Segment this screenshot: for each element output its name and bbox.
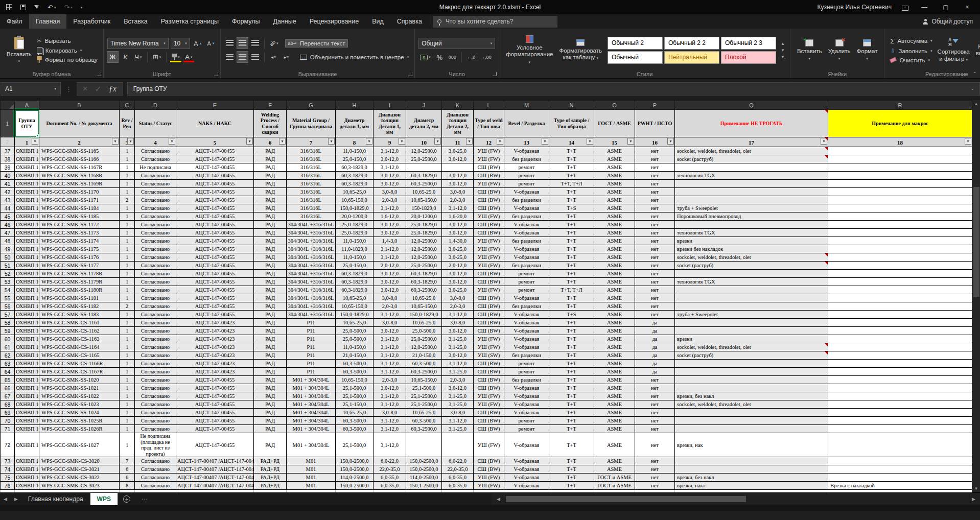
cell-K56[interactable]: 2,0-3,0 [442, 302, 474, 311]
cell-F59[interactable]: РАД [254, 327, 287, 335]
cell-F67[interactable]: РАД [254, 392, 287, 400]
cell-R40[interactable] [828, 172, 972, 180]
cell-N64[interactable]: Т+Т [549, 368, 594, 376]
cell-O50[interactable]: ASME [594, 253, 635, 262]
cell-R65[interactable] [828, 376, 972, 384]
cell-L48[interactable]: УШ (FW) [474, 237, 504, 245]
row-header-1[interactable]: 1 [1, 110, 15, 137]
cell-I46[interactable]: 3,0-12,0 [374, 221, 406, 229]
row-header-45[interactable]: 45 [1, 212, 15, 221]
cell-M69[interactable]: V-образная [504, 409, 549, 417]
cell-A53[interactable]: ОХНВП 16 [15, 278, 39, 286]
cell-D70[interactable]: Согласовано [135, 417, 176, 425]
vertical-scroll-thumb[interactable] [973, 187, 979, 297]
cell-R54[interactable] [828, 286, 972, 294]
cell-K64[interactable]: 3,1-25,0 [442, 368, 474, 376]
row-header-66[interactable]: 66 [1, 384, 15, 392]
cell-E43[interactable]: АЦСТ-147-00455 [176, 196, 254, 204]
cell-G47[interactable]: 304/304L +316/316L [287, 229, 336, 237]
cell-G44[interactable]: 316/316L [287, 204, 336, 212]
row-header-76[interactable]: 76 [1, 482, 15, 490]
cell-D45[interactable]: Согласовано [135, 212, 176, 221]
fill-handle[interactable] [36, 134, 39, 137]
cell-F42[interactable]: РАД [254, 188, 287, 196]
cell-O69[interactable]: ASME [594, 409, 635, 417]
confirm-entry-icon[interactable]: ✓ [95, 84, 101, 94]
cell-N45[interactable]: Т+Т [549, 212, 594, 221]
cell-R68[interactable] [828, 400, 972, 409]
column-header-A[interactable]: A [15, 101, 39, 110]
cell-N46[interactable]: Т+Т [549, 221, 594, 229]
sheet-nav-left-icon[interactable]: ◀ [0, 497, 11, 502]
cell-M41[interactable]: ремонт [504, 180, 549, 188]
format-as-table-button[interactable]: Форматироватькак таблицу ▾ [556, 38, 605, 62]
cell-R64[interactable] [828, 368, 972, 376]
cell-I70[interactable]: 3,1-12,0 [374, 417, 406, 425]
cell-E66[interactable]: АЦСТ-147-00455 [176, 384, 254, 392]
cell-D72[interactable]: Не подписана (площадка не пред. лист из … [135, 433, 176, 457]
cell-N59[interactable]: Т+Т [549, 327, 594, 335]
row-header-43[interactable]: 43 [1, 196, 15, 204]
cell-F60[interactable]: РАД [254, 335, 287, 343]
sheet-options-icon[interactable]: ⋯ [142, 495, 148, 503]
cell-Q68[interactable]: sockolet, weldolet, threadolet, olet [675, 400, 828, 409]
cell-P72[interactable]: нет [635, 433, 675, 457]
cell-F64[interactable]: РАД [254, 368, 287, 376]
row-header-57[interactable]: 57 [1, 311, 15, 319]
cell-K55[interactable]: 3,0-8,0 [442, 294, 474, 302]
cell-A66[interactable]: ОХНВП 16 [15, 384, 39, 392]
cell-N37[interactable]: Т+Т [549, 147, 594, 155]
cell-B56[interactable]: WPS-GCC-SMK-SS-1182 [39, 302, 120, 311]
cell-K74[interactable]: 22,0-35,0 [442, 465, 474, 474]
cell-C72[interactable]: 1 [120, 433, 135, 457]
header-cell-L1[interactable]: Type of weld / Тип шва [474, 110, 504, 137]
cell-Q43[interactable] [675, 196, 828, 204]
cell-I43[interactable]: 2,0-3,0 [374, 196, 406, 204]
cell-R73[interactable] [828, 457, 972, 465]
cell-I55[interactable]: 3,0-8,0 [374, 294, 406, 302]
cell-G46[interactable]: 304/304L +316/316L [287, 221, 336, 229]
cell-K69[interactable]: 3,0-8,0 [442, 409, 474, 417]
scroll-down-icon[interactable]: ▼ [974, 486, 978, 491]
cell-G38[interactable]: 316/316L [287, 155, 336, 163]
cell-F61[interactable]: РАД [254, 343, 287, 351]
cell-O37[interactable]: ASME [594, 147, 635, 155]
cell-R43[interactable] [828, 196, 972, 204]
dialog-launcher-font-icon[interactable] [214, 72, 218, 76]
dialog-launcher-alignment-icon[interactable] [408, 72, 412, 76]
cell-K60[interactable]: 3,1-25,0 [442, 335, 474, 343]
cell-I44[interactable]: 3,1-12,0 [374, 204, 406, 212]
cell-P56[interactable]: нет [635, 302, 675, 311]
cell-style-Обычный 2 3[interactable]: Обычный 2 3 [721, 37, 776, 50]
cell-E56[interactable]: АЦСТ-147-00455 [176, 302, 254, 311]
cell-E44[interactable]: АЦСТ-147-00455 [176, 204, 254, 212]
column-header-C[interactable]: C [120, 101, 135, 110]
cell-R42[interactable] [828, 188, 972, 196]
cell-L37[interactable]: УШ (FW) [474, 147, 504, 155]
cell-N47[interactable]: Т+Т [549, 229, 594, 237]
cell-L54[interactable]: УШ (FW) [474, 286, 504, 294]
filter-cell-7[interactable]: 7▼ [287, 137, 336, 147]
cell-A41[interactable]: ОХНВП 16 [15, 180, 39, 188]
cell-H67[interactable]: 25,1-500,0 [336, 392, 374, 400]
cell-G57[interactable]: 304/304L +316/316L [287, 311, 336, 319]
cell-M57[interactable]: V-образная [504, 311, 549, 319]
cell-L53[interactable]: СШ (BW) [474, 278, 504, 286]
clear-button[interactable]: Очистить▾ [888, 57, 934, 64]
cell-N68[interactable]: Т+Т [549, 400, 594, 409]
cell-B51[interactable]: WPS-GCC-SMK-SS-1177 [39, 262, 120, 270]
cell-Q69[interactable] [675, 409, 828, 417]
cell-B42[interactable]: WPS-GCC-SMK-SS-1170 [39, 188, 120, 196]
cell-F69[interactable]: РАД [254, 409, 287, 417]
cell-D71[interactable]: Согласовано [135, 425, 176, 433]
cell-H71[interactable]: 60,3-500,0 [336, 425, 374, 433]
cell-J65[interactable]: 10,65-150,0 [406, 376, 442, 384]
cell-R50[interactable] [828, 253, 972, 262]
shrink-font-button[interactable]: А▼ [206, 38, 217, 49]
filter-dropdown-icon[interactable]: ▼ [127, 138, 134, 145]
cell-A63[interactable]: ОХНВП 16 [15, 360, 39, 368]
cell-B69[interactable]: WPS-GCC-SMK-SS-1024 [39, 409, 120, 417]
sheet-tab-Главная кнопендра[interactable]: Главная кнопендра [21, 493, 90, 505]
cell-B50[interactable]: WPS-GCC-SMK-SS-1176 [39, 253, 120, 262]
cell-J72[interactable] [406, 433, 442, 457]
